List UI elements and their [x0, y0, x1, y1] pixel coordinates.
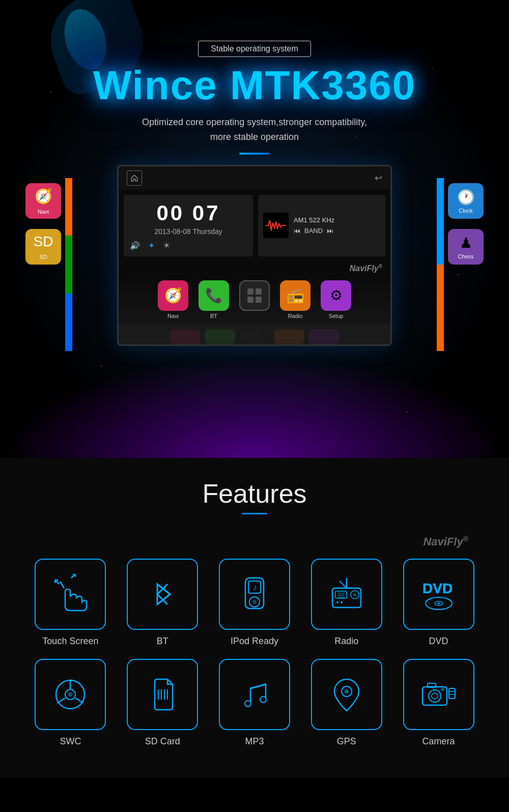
- app-navi-label: Navi: [167, 313, 179, 319]
- svg-rect-3: [256, 297, 262, 303]
- app-setup-label: Setup: [329, 313, 344, 319]
- side-icon-sd-label: SD: [39, 254, 47, 260]
- app-navi-icon: 🧭: [158, 280, 188, 311]
- svg-point-39: [245, 701, 251, 707]
- side-icon-navi: 🧭 Navi: [25, 183, 61, 219]
- am-controls: ⏮ BAND ⏭: [294, 227, 334, 235]
- app-radio-label: Radio: [288, 313, 303, 319]
- feature-mp3: MP3: [215, 659, 295, 747]
- feature-mp3-box: [219, 659, 290, 730]
- svg-point-26: [437, 603, 440, 604]
- main-title: Wince MTK3360: [0, 62, 509, 109]
- feature-radio-box: [311, 559, 382, 630]
- am-info: AM1 522 KHz ⏮ BAND ⏭: [294, 216, 334, 235]
- date-value: 2013-08-08 Thursday: [130, 227, 247, 236]
- svg-point-22: [341, 601, 343, 603]
- feature-dvd: DVD DVD: [399, 559, 478, 647]
- svg-line-27: [427, 600, 430, 603]
- svg-point-43: [345, 689, 349, 693]
- app-navi: 🧭 Navi: [155, 280, 191, 319]
- features-underline: [242, 513, 267, 514]
- time-value: 00 07: [130, 201, 247, 225]
- app-bt-icon: 📞: [199, 280, 229, 311]
- app-setup: ⚙ Setup: [318, 280, 354, 319]
- feature-touch-screen: Touch Screen: [31, 559, 110, 647]
- feature-sdcard: SD Card: [123, 659, 203, 747]
- side-icon-sd: SD SD: [25, 229, 61, 265]
- feature-sdcard-label: SD Card: [145, 736, 180, 747]
- stable-badge-text: Stable operating system: [211, 44, 298, 53]
- svg-text:♪: ♪: [253, 583, 257, 592]
- am-wave-display: [263, 213, 289, 238]
- title-underline: [239, 153, 270, 155]
- feature-swc-box: [35, 659, 106, 730]
- app-radio: 📻 Radio: [277, 280, 314, 319]
- bluetooth-status-icon: ✦: [148, 241, 155, 250]
- feature-camera: Camera: [399, 659, 478, 747]
- side-icon-clock-label: Clock: [459, 208, 473, 214]
- top-section: Stable operating system Wince MTK3360 Op…: [0, 0, 509, 458]
- subtitle-line2: more stable operation: [210, 132, 299, 142]
- subtitle-line1: Optimized core operating system,stronger…: [142, 117, 367, 127]
- svg-point-21: [336, 601, 338, 603]
- subtitle: Optimized core operating system,stronger…: [0, 115, 509, 144]
- purple-glow: [0, 356, 509, 458]
- features-section: Features NaviFly® Tou: [0, 458, 509, 777]
- side-icon-chess: ♟ Chess: [448, 229, 484, 265]
- feature-gps: GPS: [306, 659, 386, 747]
- svg-rect-0: [247, 288, 253, 295]
- side-icon-chess-label: Chess: [458, 253, 473, 259]
- brightness-icon: ☀: [163, 241, 170, 250]
- svg-point-46: [432, 693, 438, 699]
- svg-line-33: [57, 698, 65, 703]
- features-title: Features: [10, 478, 499, 509]
- device-watermark: NaviFly®: [119, 262, 390, 275]
- features-watermark: NaviFly®: [10, 535, 499, 548]
- feature-ipod-box: ♪: [219, 559, 290, 630]
- app-menu-icon: [239, 280, 270, 311]
- feature-bt: BT: [123, 559, 203, 647]
- band-label: BAND: [304, 227, 323, 235]
- side-icon-clock: 🕐 Clock: [448, 183, 484, 219]
- feature-swc-label: SWC: [60, 736, 81, 747]
- feature-bt-label: BT: [157, 636, 168, 647]
- feature-gps-label: GPS: [337, 736, 356, 747]
- svg-line-4: [60, 582, 64, 588]
- svg-line-13: [340, 581, 347, 588]
- svg-line-41: [250, 684, 266, 688]
- device-screen: 00 07 2013-08-08 Thursday 🔊 ✦ ☀ AM1 522 …: [119, 190, 390, 262]
- next-button: ⏭: [327, 227, 333, 235]
- device-top-bar: ↩: [119, 166, 390, 190]
- svg-line-34: [75, 698, 83, 703]
- svg-point-51: [441, 688, 444, 691]
- feature-touch-screen-box: [35, 559, 106, 630]
- svg-point-45: [429, 690, 441, 702]
- feature-radio: Radio: [306, 559, 386, 647]
- svg-point-40: [260, 697, 266, 703]
- svg-rect-2: [247, 297, 253, 303]
- feature-radio-label: Radio: [334, 636, 358, 647]
- svg-rect-1: [256, 288, 262, 295]
- feature-dvd-label: DVD: [429, 636, 448, 647]
- back-button: ↩: [375, 172, 382, 184]
- feature-swc: SWC: [31, 659, 110, 747]
- prev-button: ⏮: [294, 227, 300, 235]
- feature-camera-box: [403, 659, 474, 730]
- app-grid-reflection: [119, 324, 390, 344]
- time-display: 00 07 2013-08-08 Thursday 🔊 ✦ ☀: [124, 195, 253, 256]
- feature-touch-screen-label: Touch Screen: [42, 636, 98, 647]
- svg-rect-48: [449, 688, 455, 699]
- features-grid: Touch Screen BT: [31, 559, 478, 747]
- app-menu: [236, 280, 273, 319]
- side-icon-navi-label: Navi: [38, 209, 49, 215]
- svg-point-20: [353, 593, 356, 596]
- feature-ipod-label: IPod Ready: [231, 636, 278, 647]
- stable-badge: Stable operating system: [198, 41, 311, 57]
- feature-sdcard-box: [127, 659, 198, 730]
- feature-dvd-box: DVD: [403, 559, 474, 630]
- home-button: [127, 170, 142, 186]
- app-bt-label: BT: [210, 313, 217, 319]
- feature-ipod: ♪ IPod Ready: [215, 559, 295, 647]
- feature-gps-box: [311, 659, 382, 730]
- app-setup-icon: ⚙: [321, 280, 351, 311]
